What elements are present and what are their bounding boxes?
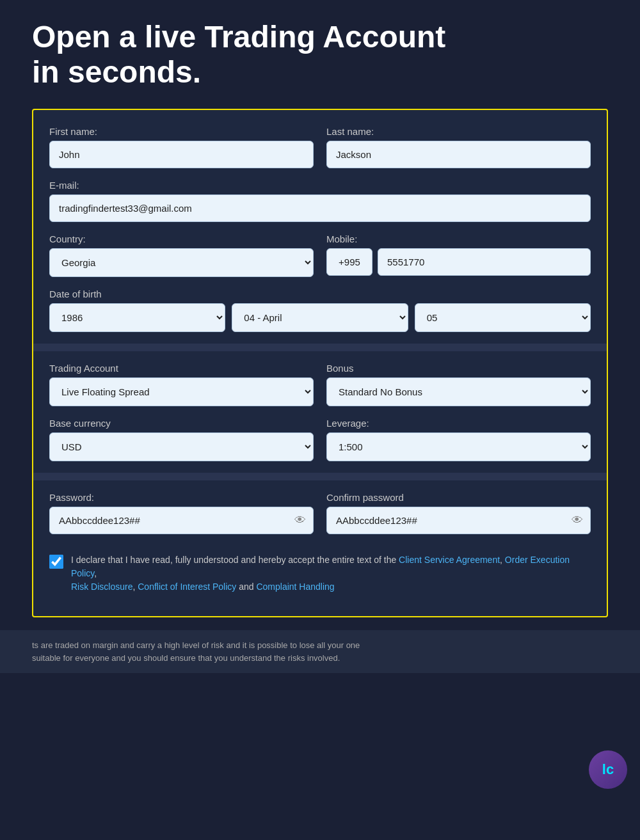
trading-account-select[interactable]: Live Floating Spread Live Fixed Spread E… [49,377,314,406]
complaint-handling-link[interactable]: Complaint Handling [256,582,334,592]
last-name-input[interactable] [326,141,591,168]
password-label: Password: [49,492,314,503]
first-name-group: First name: [49,126,314,168]
trading-bonus-row: Trading Account Live Floating Spread Liv… [49,363,591,406]
section-divider [33,344,607,351]
email-group: E-mail: [49,180,591,222]
dob-day-select[interactable]: 01 02 03 04 05 [415,303,591,332]
mobile-label: Mobile: [326,234,591,244]
terms-checkbox[interactable] [49,555,63,569]
confirm-password-toggle-icon[interactable]: 👁︎ [572,514,583,527]
base-currency-group: Base currency USD EUR GBP [49,418,314,461]
password-row: Password: 👁︎ Confirm password 👁︎ [49,492,591,534]
currency-leverage-row: Base currency USD EUR GBP Leverage: 1:50… [49,418,591,461]
dob-month-select[interactable]: 01 - January 02 - February 03 - March 04… [232,303,408,332]
email-row: E-mail: [49,180,591,222]
terms-text: I declare that I have read, fully unders… [71,553,591,594]
confirm-password-group: Confirm password 👁︎ [326,492,591,534]
mobile-group: Mobile: +995 [326,234,591,277]
confirm-password-label: Confirm password [326,492,591,503]
password-input[interactable] [49,507,314,534]
last-name-group: Last name: [326,126,591,168]
bonus-label: Bonus [326,363,591,374]
bonus-group: Bonus Standard No Bonus Welcome Bonus No… [326,363,591,406]
confirm-password-wrapper: 👁︎ [326,507,591,534]
conflict-of-interest-link[interactable]: Conflict of Interest Policy [138,582,236,592]
leverage-group: Leverage: 1:500 1:200 1:100 1:50 [326,418,591,461]
name-row: First name: Last name: [49,126,591,168]
dob-selects: 1986 1985 1987 01 - January 02 - Februar… [49,303,591,332]
first-name-label: First name: [49,126,314,137]
dob-label: Date of birth [49,289,591,299]
country-label: Country: [49,234,314,244]
base-currency-label: Base currency [49,418,314,429]
bonus-select[interactable]: Standard No Bonus Welcome Bonus No Bonus [326,377,591,406]
section-divider-2 [33,473,607,480]
last-name-label: Last name: [326,126,591,137]
dob-year-select[interactable]: 1986 1985 1987 [49,303,225,332]
leverage-select[interactable]: 1:500 1:200 1:100 1:50 [326,432,591,461]
confirm-password-input[interactable] [326,507,591,534]
logo-badge[interactable]: lc [589,750,627,789]
phone-row: +995 [326,248,591,276]
password-group: Password: 👁︎ [49,492,314,534]
password-wrapper: 👁︎ [49,507,314,534]
mobile-input[interactable] [378,248,591,276]
country-mobile-row: Country: Georgia United States United Ki… [49,234,591,277]
terms-checkbox-row: I declare that I have read, fully unders… [49,547,591,600]
country-select[interactable]: Georgia United States United Kingdom [49,248,314,277]
email-input[interactable] [49,194,591,222]
client-service-agreement-link[interactable]: Client Service Agreement [399,555,500,565]
base-currency-select[interactable]: USD EUR GBP [49,432,314,461]
page-title: Open a live Trading Account in seconds. [32,19,608,90]
password-toggle-icon[interactable]: 👁︎ [294,514,306,527]
registration-form: First name: Last name: E-mail: Country: … [32,109,608,617]
phone-code: +995 [326,248,372,276]
dob-row: Date of birth 1986 1985 1987 01 - Januar… [49,289,591,332]
country-group: Country: Georgia United States United Ki… [49,234,314,277]
email-label: E-mail: [49,180,591,191]
first-name-input[interactable] [49,141,314,168]
trading-account-label: Trading Account [49,363,314,374]
footer-risk: ts are traded on margin and carry a high… [0,630,640,673]
trading-account-group: Trading Account Live Floating Spread Liv… [49,363,314,406]
risk-disclosure-link[interactable]: Risk Disclosure [71,582,132,592]
dob-group: Date of birth 1986 1985 1987 01 - Januar… [49,289,591,332]
leverage-label: Leverage: [326,418,591,429]
